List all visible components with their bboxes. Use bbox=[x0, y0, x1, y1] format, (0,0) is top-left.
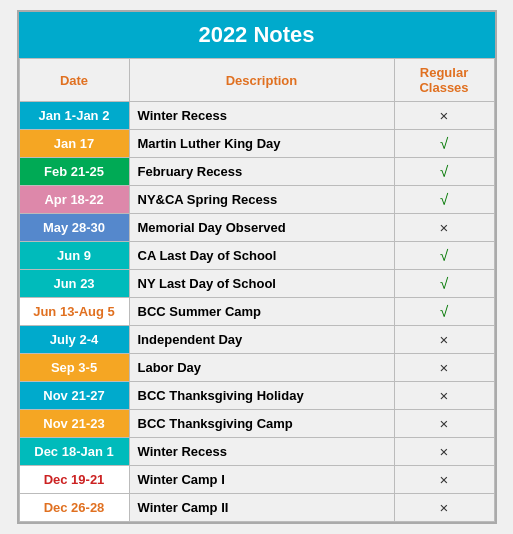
table-row: Jun 23NY Last Day of School√ bbox=[19, 270, 494, 298]
checkmark-icon: √ bbox=[440, 303, 448, 320]
checkmark-icon: √ bbox=[440, 163, 448, 180]
cell-date: Dec 19-21 bbox=[19, 466, 129, 494]
cross-icon: × bbox=[440, 471, 449, 488]
cell-description: Martin Luther King Day bbox=[129, 130, 394, 158]
cell-description: BCC Thanksgiving Holiday bbox=[129, 382, 394, 410]
table-row: Jan 1-Jan 2Winter Recess× bbox=[19, 102, 494, 130]
cell-regular-classes: √ bbox=[394, 158, 494, 186]
cell-description: NY Last Day of School bbox=[129, 270, 394, 298]
cell-regular-classes: × bbox=[394, 382, 494, 410]
cell-date: Dec 26-28 bbox=[19, 494, 129, 522]
cell-date: Jan 17 bbox=[19, 130, 129, 158]
cell-description: February Recess bbox=[129, 158, 394, 186]
header-description: Description bbox=[129, 59, 394, 102]
cell-date: July 2-4 bbox=[19, 326, 129, 354]
cell-regular-classes: × bbox=[394, 326, 494, 354]
table-row: Dec 26-28Winter Camp II× bbox=[19, 494, 494, 522]
cell-regular-classes: × bbox=[394, 466, 494, 494]
cell-description: Winter Recess bbox=[129, 102, 394, 130]
notes-table-wrapper: 2022 Notes Date Description Regular Clas… bbox=[17, 10, 497, 524]
cell-regular-classes: √ bbox=[394, 242, 494, 270]
table-row: Dec 19-21Winter Camp I× bbox=[19, 466, 494, 494]
cross-icon: × bbox=[440, 219, 449, 236]
cell-date: May 28-30 bbox=[19, 214, 129, 242]
cell-description: NY&CA Spring Recess bbox=[129, 186, 394, 214]
cell-regular-classes: × bbox=[394, 438, 494, 466]
cell-date: Jun 9 bbox=[19, 242, 129, 270]
cell-description: Winter Camp II bbox=[129, 494, 394, 522]
cross-icon: × bbox=[440, 499, 449, 516]
cell-date: Jan 1-Jan 2 bbox=[19, 102, 129, 130]
cell-description: BCC Thanksgiving Camp bbox=[129, 410, 394, 438]
cell-date: Dec 18-Jan 1 bbox=[19, 438, 129, 466]
table-row: Jun 13-Aug 5BCC Summer Camp√ bbox=[19, 298, 494, 326]
cell-description: CA Last Day of School bbox=[129, 242, 394, 270]
table-row: Nov 21-23BCC Thanksgiving Camp× bbox=[19, 410, 494, 438]
notes-table: Date Description Regular Classes Jan 1-J… bbox=[19, 58, 495, 522]
cell-date: Apr 18-22 bbox=[19, 186, 129, 214]
cross-icon: × bbox=[440, 415, 449, 432]
cell-description: Winter Recess bbox=[129, 438, 394, 466]
cross-icon: × bbox=[440, 443, 449, 460]
cell-date: Sep 3-5 bbox=[19, 354, 129, 382]
cross-icon: × bbox=[440, 359, 449, 376]
cell-description: Memorial Day Observed bbox=[129, 214, 394, 242]
table-row: Jun 9CA Last Day of School√ bbox=[19, 242, 494, 270]
table-row: Feb 21-25February Recess√ bbox=[19, 158, 494, 186]
table-row: Nov 21-27BCC Thanksgiving Holiday× bbox=[19, 382, 494, 410]
header-regular-classes: Regular Classes bbox=[394, 59, 494, 102]
cell-date: Feb 21-25 bbox=[19, 158, 129, 186]
cell-description: Independent Day bbox=[129, 326, 394, 354]
table-title: 2022 Notes bbox=[19, 12, 495, 58]
checkmark-icon: √ bbox=[440, 275, 448, 292]
table-row: July 2-4Independent Day× bbox=[19, 326, 494, 354]
cell-description: Winter Camp I bbox=[129, 466, 394, 494]
table-row: Jan 17Martin Luther King Day√ bbox=[19, 130, 494, 158]
cross-icon: × bbox=[440, 331, 449, 348]
cell-date: Nov 21-23 bbox=[19, 410, 129, 438]
header-date: Date bbox=[19, 59, 129, 102]
cell-date: Jun 13-Aug 5 bbox=[19, 298, 129, 326]
cell-description: BCC Summer Camp bbox=[129, 298, 394, 326]
cell-regular-classes: × bbox=[394, 410, 494, 438]
cross-icon: × bbox=[440, 387, 449, 404]
cell-regular-classes: × bbox=[394, 494, 494, 522]
checkmark-icon: √ bbox=[440, 191, 448, 208]
table-row: May 28-30Memorial Day Observed× bbox=[19, 214, 494, 242]
checkmark-icon: √ bbox=[440, 135, 448, 152]
cell-regular-classes: √ bbox=[394, 270, 494, 298]
checkmark-icon: √ bbox=[440, 247, 448, 264]
cell-regular-classes: √ bbox=[394, 298, 494, 326]
cell-description: Labor Day bbox=[129, 354, 394, 382]
cell-regular-classes: × bbox=[394, 354, 494, 382]
table-row: Apr 18-22NY&CA Spring Recess√ bbox=[19, 186, 494, 214]
cell-regular-classes: √ bbox=[394, 186, 494, 214]
cross-icon: × bbox=[440, 107, 449, 124]
cell-regular-classes: × bbox=[394, 102, 494, 130]
table-row: Sep 3-5Labor Day× bbox=[19, 354, 494, 382]
cell-date: Nov 21-27 bbox=[19, 382, 129, 410]
cell-regular-classes: √ bbox=[394, 130, 494, 158]
table-row: Dec 18-Jan 1Winter Recess× bbox=[19, 438, 494, 466]
cell-regular-classes: × bbox=[394, 214, 494, 242]
cell-date: Jun 23 bbox=[19, 270, 129, 298]
